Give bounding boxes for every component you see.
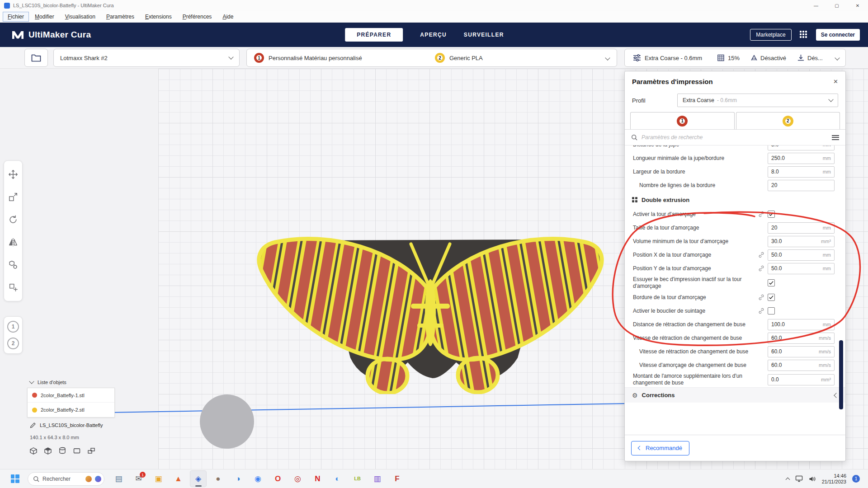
menu-item-preferences[interactable]: Préférences — [178, 12, 217, 22]
link-icon[interactable] — [757, 308, 766, 314]
prime-tower-shadow — [200, 394, 254, 449]
printer-selector[interactable]: Lotmaxx Shark #2 — [53, 49, 240, 67]
setting-checkbox[interactable] — [768, 279, 775, 286]
notification-badge[interactable]: 1 — [852, 475, 860, 483]
extruder-mini-button-1[interactable]: 1 — [7, 321, 19, 333]
print-settings-selector[interactable]: Extra Coarse - 0.6mm 15% Désactivé Dés..… — [624, 49, 846, 67]
setting-value-field[interactable]: 20 — [768, 180, 835, 191]
taskbar-app-obs[interactable]: ◎ — [289, 470, 306, 487]
taskbar-app-edge[interactable]: ◑ — [230, 470, 246, 487]
shape-stack-icon[interactable] — [87, 446, 96, 455]
close-panel-icon[interactable]: ✕ — [833, 78, 838, 85]
settings-menu-icon[interactable] — [832, 135, 839, 140]
setting-value-field[interactable]: 60.0mm/s — [768, 333, 835, 344]
taskbar-app-lightburn[interactable]: LB — [349, 470, 366, 487]
setting-value-field[interactable]: 60.0mm/s — [768, 346, 835, 357]
taskbar-app-cura[interactable]: ◈ — [190, 470, 207, 487]
link-chain-icon — [758, 211, 764, 217]
settings-search[interactable]: Paramètres de recherche — [625, 129, 845, 145]
clock[interactable]: 14:46 21/11/2023 — [822, 473, 846, 485]
menu-item-parametres[interactable]: Paramètres — [101, 12, 139, 22]
taskbar-app-netflix[interactable]: N — [309, 470, 326, 487]
extruder-tab-1[interactable]: 1 — [630, 112, 735, 129]
setting-checkbox[interactable] — [768, 294, 775, 301]
project-name-row[interactable]: LS_LSC10S_bicolor-Battefly — [30, 422, 103, 428]
shape-sheet-icon[interactable] — [72, 446, 81, 455]
setting-value-field[interactable]: 8.0mm — [768, 166, 835, 178]
taskbar-app-photos[interactable]: ▥ — [369, 470, 386, 487]
taskbar-app-file-explorer[interactable]: ▣ — [150, 470, 167, 487]
setting-value-field[interactable]: 50.0mm — [768, 263, 835, 274]
support-blocker-tool[interactable] — [4, 276, 22, 299]
profile-dropdown[interactable]: Extra Coarse - 0.6mm — [677, 94, 838, 107]
taskbar-app-notepad[interactable]: ▤ — [110, 470, 127, 487]
shape-cube-solid-icon[interactable] — [43, 446, 52, 455]
mirror-tool[interactable] — [4, 231, 22, 253]
rotate-tool[interactable] — [4, 208, 22, 231]
material-selector[interactable]: 1 Personnalisé Matériau personnalisé 2 G… — [246, 49, 617, 67]
setting-value-field[interactable]: 50.0mm — [768, 249, 835, 261]
menu-item-fichier[interactable]: Fichier — [3, 12, 29, 22]
setting-value-field[interactable]: 60.0mm/s — [768, 360, 835, 371]
obs-icon: ◎ — [294, 475, 301, 483]
open-file-button[interactable] — [24, 49, 48, 67]
taskbar-app-chrome[interactable]: ◉ — [250, 470, 266, 487]
link-icon[interactable] — [757, 211, 766, 217]
close-button[interactable]: ✕ — [847, 0, 868, 11]
chevron-down-icon — [228, 54, 233, 59]
minimize-button[interactable]: — — [806, 0, 826, 11]
link-icon[interactable] — [757, 294, 766, 300]
extruder-tab-2[interactable]: 2 — [736, 112, 840, 129]
sign-in-button[interactable]: Se connecter — [816, 29, 860, 41]
setting-value-field[interactable]: 20mm — [768, 222, 835, 234]
start-button[interactable] — [6, 470, 24, 488]
taskbar-app-copilot[interactable]: ◐ — [329, 470, 346, 487]
volume-icon[interactable] — [809, 476, 816, 482]
move-tool[interactable] — [4, 163, 22, 186]
menu-item-visualisation[interactable]: Visualisation — [60, 12, 100, 22]
shape-cube-icon[interactable] — [29, 446, 38, 455]
setting-value-field[interactable]: 30.0mm³ — [768, 236, 835, 247]
hidden-icons-chevron-icon[interactable] — [785, 477, 790, 482]
shape-cylinder-icon[interactable] — [58, 446, 67, 455]
menu-item-aide[interactable]: Aide — [217, 12, 238, 22]
stage-tab-2[interactable]: APERÇU — [420, 28, 446, 42]
setting-value-field[interactable]: 3.0mm — [768, 145, 835, 150]
link-icon[interactable] — [757, 265, 766, 272]
settings-category[interactable]: Double extrusion — [625, 192, 845, 207]
setting-value-field[interactable]: 100.0mm — [768, 319, 835, 330]
butterfly-model[interactable] — [252, 222, 609, 394]
taskbar-app-mail[interactable]: ✉1 — [130, 470, 147, 487]
maximize-button[interactable]: ▢ — [826, 0, 847, 11]
setting-checkbox[interactable] — [768, 307, 775, 314]
photos-icon: ▥ — [373, 475, 381, 483]
stage-tab-1[interactable]: PRÉPARER — [345, 28, 403, 42]
link-icon[interactable] — [757, 252, 766, 258]
setting-value-field[interactable]: 250.0mm — [768, 153, 835, 164]
recommended-mode-button[interactable]: Recommandé — [631, 441, 689, 455]
display-icon[interactable] — [795, 475, 803, 482]
setting-row: Nombre de lignes de la bordure20 — [625, 178, 845, 192]
stage-tab-3[interactable]: SURVEILLER — [464, 28, 504, 42]
extruder-mini-button-2[interactable]: 2 — [7, 338, 19, 349]
settings-category[interactable]: ⚙Corrections — [625, 387, 845, 403]
setting-row: Distance de rétraction de changement de … — [625, 318, 845, 331]
taskbar-app-gimp[interactable]: ● — [210, 470, 226, 487]
setting-value-field[interactable]: 0.0mm³ — [768, 374, 835, 385]
taskbar-search[interactable]: Rechercher — [28, 472, 104, 486]
menu-item-modifier[interactable]: Modifier — [30, 12, 59, 22]
app-switcher-icon[interactable] — [800, 31, 808, 39]
object-list-header[interactable]: Liste d'objets — [30, 380, 66, 385]
taskbar-app-fsharp[interactable]: F — [389, 470, 406, 487]
taskbar-app-opera[interactable]: O — [269, 470, 286, 487]
menu-item-extensions[interactable]: Extensions — [140, 12, 177, 22]
per-model-settings-tool[interactable] — [4, 253, 22, 276]
object-list-item[interactable]: 2color_Battefly-2.stl — [28, 403, 114, 417]
marketplace-button[interactable]: Marketplace — [750, 29, 791, 41]
taskbar-app-brave[interactable]: ▲ — [170, 470, 187, 487]
setting-checkbox[interactable] — [768, 211, 775, 218]
object-list-item[interactable]: 2color_Battefly-1.stl — [28, 388, 114, 403]
settings-scrollbar[interactable] — [839, 340, 843, 409]
object-color-dot — [32, 408, 37, 413]
scale-tool[interactable] — [4, 186, 22, 208]
